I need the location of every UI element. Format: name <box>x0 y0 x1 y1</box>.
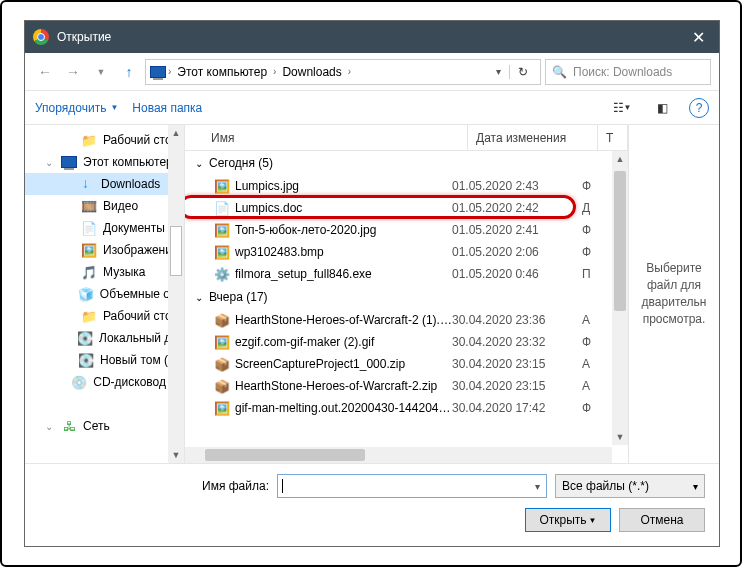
file-icon: 📦 <box>213 378 231 394</box>
file-list: ⌄Сегодня (5)🖼️Lumpics.jpg01.05.2020 2:43… <box>185 151 628 463</box>
file-icon: 🖼️ <box>213 334 231 350</box>
file-name: HearthStone-Heroes-of-Warcraft-2.zip <box>231 379 452 393</box>
file-row[interactable]: 🖼️ezgif.com-gif-maker (2).gif30.04.2020 … <box>185 331 612 353</box>
file-date: 01.05.2020 0:46 <box>452 267 582 281</box>
file-type: Ф <box>582 245 612 259</box>
file-row[interactable]: 📄Lumpics.doc01.05.2020 2:42Д <box>185 197 612 219</box>
header-type[interactable]: Т <box>598 125 628 150</box>
sidebar-item[interactable]: 📄Документы <box>25 217 184 239</box>
file-name: ScreenCaptureProject1_000.zip <box>231 357 452 371</box>
header-date[interactable]: Дата изменения <box>468 125 598 150</box>
new-folder-button[interactable]: Новая папка <box>132 101 202 115</box>
preview-pane-button[interactable]: ◧ <box>649 97 675 119</box>
file-date: 30.04.2020 23:15 <box>452 379 582 393</box>
file-icon: 🖼️ <box>213 178 231 194</box>
breadcrumb-leaf[interactable]: Downloads <box>278 63 345 81</box>
breadcrumb[interactable]: › Этот компьютер › Downloads › ▾ ↻ <box>145 59 541 85</box>
cancel-button[interactable]: Отмена <box>619 508 705 532</box>
group-header[interactable]: ⌄Вчера (17) <box>185 285 612 309</box>
sidebar-item[interactable]: Downloads <box>25 173 184 195</box>
forward-button: → <box>61 60 85 84</box>
filter-select[interactable]: Все файлы (*.*)▾ <box>555 474 705 498</box>
file-type: Ф <box>582 401 612 415</box>
file-icon: 🖼️ <box>213 244 231 260</box>
chevron-icon[interactable]: › <box>168 66 171 77</box>
address-dropdown[interactable]: ▾ <box>490 66 507 77</box>
sidebar-item[interactable]: 💽Новый том (D:) <box>25 349 184 371</box>
file-type: А <box>582 357 612 371</box>
file-row[interactable]: 🖼️Lumpics.jpg01.05.2020 2:43Ф <box>185 175 612 197</box>
refresh-button[interactable]: ↻ <box>509 65 536 79</box>
sidebar-item-label: Видео <box>103 199 138 213</box>
file-name: gif-man-melting.out.20200430-144204.gif <box>231 401 452 415</box>
sidebar-item[interactable]: ⌄🖧Сеть <box>25 415 184 437</box>
sidebar-item[interactable]: 💽Локальный дис <box>25 327 184 349</box>
sidebar-item-label: Этот компьютер <box>83 155 173 169</box>
file-name: Lumpics.jpg <box>231 179 452 193</box>
chevron-icon[interactable]: › <box>348 66 351 77</box>
file-name: HearthStone-Heroes-of-Warcraft-2 (1).zip <box>231 313 452 327</box>
up-button[interactable]: ↑ <box>117 60 141 84</box>
titlebar: Открытие ✕ <box>25 21 719 53</box>
sidebar-item[interactable] <box>25 393 184 415</box>
help-button[interactable]: ? <box>689 98 709 118</box>
file-row[interactable]: 📦HearthStone-Heroes-of-Warcraft-2.zip30.… <box>185 375 612 397</box>
sidebar-item[interactable]: 🖼️Изображения <box>25 239 184 261</box>
sidebar-item[interactable]: 🎵Музыка <box>25 261 184 283</box>
toolbar: Упорядочить▼ Новая папка ☷ ▼ ◧ ? <box>25 91 719 125</box>
search-input[interactable]: 🔍 Поиск: Downloads <box>545 59 711 85</box>
file-icon: 📦 <box>213 356 231 372</box>
file-row[interactable]: 🖼️gif-man-melting.out.20200430-144204.gi… <box>185 397 612 419</box>
header-name[interactable]: Имя <box>185 125 468 150</box>
column-headers: Имя Дата изменения Т <box>185 125 628 151</box>
open-button[interactable]: Открыть▼ <box>525 508 611 532</box>
file-type: А <box>582 313 612 327</box>
file-date: 01.05.2020 2:43 <box>452 179 582 193</box>
file-name: Lumpics.doc <box>231 201 452 215</box>
sidebar-item[interactable]: 🧊Объемные объ <box>25 283 184 305</box>
filename-input[interactable]: ▾ <box>277 474 547 498</box>
file-icon: 🖼️ <box>213 400 231 416</box>
view-mode-button[interactable]: ☷ ▼ <box>609 97 635 119</box>
file-row[interactable]: 📦HearthStone-Heroes-of-Warcraft-2 (1).zi… <box>185 309 612 331</box>
breadcrumb-root[interactable]: Этот компьютер <box>173 63 271 81</box>
file-name: wp3102483.bmp <box>231 245 452 259</box>
dialog-title: Открытие <box>57 30 686 44</box>
preview-pane: Выберите файл для дварительн просмотра. <box>629 125 719 463</box>
sidebar-item[interactable]: 📁Рабочий стол <box>25 129 184 151</box>
sidebar-item[interactable]: 🎞️Видео <box>25 195 184 217</box>
sidebar-item[interactable]: 💿CD-дисковод (F: <box>25 371 184 393</box>
group-header[interactable]: ⌄Сегодня (5) <box>185 151 612 175</box>
file-icon: 📦 <box>213 312 231 328</box>
file-type: Ф <box>582 223 612 237</box>
file-row[interactable]: ⚙️filmora_setup_full846.exe01.05.2020 0:… <box>185 263 612 285</box>
file-icon: ⚙️ <box>213 266 231 282</box>
organize-menu[interactable]: Упорядочить▼ <box>35 101 118 115</box>
file-row[interactable]: 🖼️wp3102483.bmp01.05.2020 2:06Ф <box>185 241 612 263</box>
file-name: ezgif.com-gif-maker (2).gif <box>231 335 452 349</box>
sidebar: 📁Рабочий стол⌄Этот компьютерDownloads🎞️В… <box>25 125 185 463</box>
file-icon: 🖼️ <box>213 222 231 238</box>
file-type: П <box>582 267 612 281</box>
file-date: 01.05.2020 2:42 <box>452 201 582 215</box>
file-row[interactable]: 🖼️Топ-5-юбок-лето-2020.jpg01.05.2020 2:4… <box>185 219 612 241</box>
list-scrollbar-h[interactable] <box>185 447 612 463</box>
file-type: А <box>582 379 612 393</box>
sidebar-item[interactable]: ⌄Этот компьютер <box>25 151 184 173</box>
sidebar-item-label: Сеть <box>83 419 110 433</box>
pc-icon <box>150 66 166 78</box>
chevron-icon[interactable]: › <box>273 66 276 77</box>
navigation-row: ← → ▼ ↑ › Этот компьютер › Downloads › ▾… <box>25 53 719 91</box>
file-row[interactable]: 📦ScreenCaptureProject1_000.zip30.04.2020… <box>185 353 612 375</box>
back-button[interactable]: ← <box>33 60 57 84</box>
sidebar-item[interactable]: 📁Рабочий стол <box>25 305 184 327</box>
recent-dropdown[interactable]: ▼ <box>89 60 113 84</box>
file-date: 30.04.2020 23:15 <box>452 357 582 371</box>
file-name: filmora_setup_full846.exe <box>231 267 452 281</box>
file-name: Топ-5-юбок-лето-2020.jpg <box>231 223 452 237</box>
list-scrollbar-v[interactable]: ▲▼ <box>612 151 628 445</box>
file-date: 01.05.2020 2:41 <box>452 223 582 237</box>
search-placeholder: Поиск: Downloads <box>573 65 672 79</box>
sidebar-scrollbar[interactable]: ▲▼ <box>168 125 184 463</box>
close-button[interactable]: ✕ <box>686 28 711 47</box>
